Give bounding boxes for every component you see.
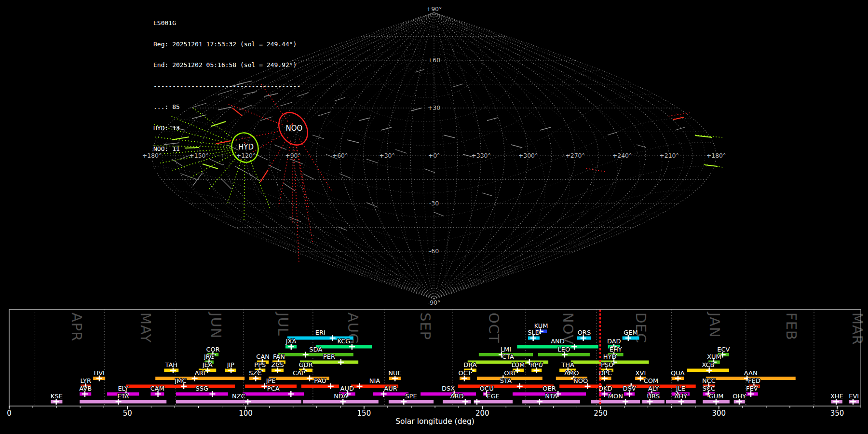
shower-bar-noo <box>559 385 602 388</box>
svg-text:DAD: DAD <box>607 338 621 345</box>
svg-text:PER: PER <box>323 353 335 360</box>
svg-text:100: 100 <box>239 409 253 418</box>
svg-text:+90°: +90° <box>426 5 442 13</box>
svg-text:THA: THA <box>561 361 574 368</box>
svg-text:AUR: AUR <box>384 385 397 392</box>
svg-text:AHY: AHY <box>675 393 688 400</box>
svg-text:EVI: EVI <box>849 393 859 400</box>
svg-text:JUN: JUN <box>208 312 224 339</box>
svg-text:AVB: AVB <box>79 385 92 392</box>
svg-text:150: 150 <box>357 409 371 418</box>
shower-bar-pca <box>243 393 304 396</box>
svg-text:PCA: PCA <box>267 385 280 392</box>
svg-text:XCB: XCB <box>702 361 714 368</box>
count-hyd: HYD: 13 <box>153 125 300 132</box>
shower-bar-sda <box>278 353 353 356</box>
svg-text:ARD: ARD <box>450 393 463 400</box>
svg-text:JXA: JXA <box>285 338 297 345</box>
svg-text:OCU: OCU <box>480 385 494 392</box>
shower-labels: KUMERISLDORSGEMJXAKCGANDDADCORSDALMILEOE… <box>51 322 859 400</box>
svg-text:DSX: DSX <box>442 385 455 392</box>
svg-text:SEP: SEP <box>417 312 434 340</box>
svg-text:NDA: NDA <box>334 393 348 400</box>
svg-text:TAH: TAH <box>165 361 178 368</box>
shower-bar-spe <box>389 400 434 404</box>
shower-bar-jmc <box>126 385 235 388</box>
svg-text:COM: COM <box>644 377 659 384</box>
shower-bar-aur <box>373 393 408 396</box>
timeline-frame <box>9 310 861 406</box>
svg-text:AND: AND <box>551 338 565 345</box>
svg-text:STA: STA <box>500 377 512 384</box>
svg-text:FEV: FEV <box>746 385 758 392</box>
svg-text:NUE: NUE <box>388 369 401 377</box>
observation-begin: Beg: 20251201 17:53:32 (sol = 249.44°) <box>153 41 300 48</box>
svg-text:CAP: CAP <box>293 369 305 377</box>
svg-text:PPS: PPS <box>254 361 266 368</box>
svg-text:+270°: +270° <box>565 152 585 159</box>
svg-text:OER: OER <box>542 385 556 392</box>
svg-text:350: 350 <box>830 409 844 418</box>
svg-text:PSU: PSU <box>601 361 613 368</box>
svg-text:ERI: ERI <box>315 329 326 336</box>
svg-text:XVI: XVI <box>636 369 646 377</box>
svg-text:KUM: KUM <box>534 322 548 329</box>
svg-text:NTA: NTA <box>545 393 557 400</box>
svg-text:300: 300 <box>712 409 726 418</box>
svg-text:LEO: LEO <box>558 346 570 353</box>
svg-text:+0°: +0° <box>428 152 440 159</box>
svg-text:GUM: GUM <box>709 393 724 400</box>
svg-text:OCT: OCT <box>486 312 502 343</box>
svg-text:NOO: NOO <box>573 377 588 384</box>
svg-text:GDR: GDR <box>298 361 312 368</box>
count-sporadic: ...: 85 <box>153 104 300 111</box>
shower-bar-mon <box>591 400 640 404</box>
svg-text:0: 0 <box>7 409 12 418</box>
svg-text:FEB: FEB <box>783 312 800 340</box>
svg-text:AAN: AAN <box>744 369 758 377</box>
svg-text:ELY: ELY <box>118 385 128 392</box>
svg-text:+30: +30 <box>428 104 440 111</box>
observation-info-panel: ES001G Beg: 20251201 17:53:32 (sol = 249… <box>153 6 300 167</box>
svg-text:SLD: SLD <box>528 329 540 336</box>
svg-text:JMC: JMC <box>174 377 186 384</box>
app: +180°+150°+120°+90°+60°+30°+0°+330°+300°… <box>0 0 868 434</box>
shower-bar-kcg <box>316 345 372 349</box>
svg-text:JLE: JLE <box>676 385 685 392</box>
svg-text:DRA: DRA <box>463 361 477 368</box>
svg-text:JRC: JRC <box>203 353 214 360</box>
shower-bar-nzc <box>176 400 301 404</box>
x-axis-ticks: 050100150200250300350 <box>7 406 861 418</box>
svg-text:AUD: AUD <box>340 385 354 392</box>
svg-text:XHE: XHE <box>830 393 843 400</box>
svg-text:200: 200 <box>475 409 489 418</box>
svg-text:LYR: LYR <box>80 377 91 384</box>
svg-text:ALY: ALY <box>648 385 659 392</box>
svg-text:CTA: CTA <box>502 353 514 360</box>
svg-text:+30°: +30° <box>379 152 395 159</box>
station-id: ES001G <box>153 20 300 27</box>
svg-text:FED: FED <box>748 377 760 384</box>
svg-text:OHY: OHY <box>732 393 746 400</box>
timeline: APRMAYJUNJULAUGSEPOCTNOVDECJANFEBMARKUME… <box>7 310 866 426</box>
svg-text:JIP: JIP <box>227 361 235 368</box>
svg-text:+300°: +300° <box>518 152 538 159</box>
svg-text:ORI: ORI <box>504 369 515 377</box>
svg-text:ECV: ECV <box>717 346 730 353</box>
svg-text:FAN: FAN <box>273 353 285 360</box>
svg-text:50: 50 <box>123 409 132 418</box>
svg-text:SPE: SPE <box>405 393 417 400</box>
svg-text:SSG: SSG <box>196 385 209 392</box>
shower-bar-dsx <box>420 393 476 396</box>
svg-text:KCG: KCG <box>337 338 350 345</box>
shower-bar-nta <box>522 400 580 404</box>
svg-text:JPE: JPE <box>266 377 276 384</box>
svg-text:SCC: SCC <box>703 385 715 392</box>
svg-text:COR: COR <box>206 346 219 353</box>
shower-bar-eta <box>80 400 166 404</box>
svg-text:250: 250 <box>594 409 608 418</box>
svg-text:GEM: GEM <box>624 329 638 336</box>
shower-bar-ari <box>155 377 244 380</box>
svg-text:+240°: +240° <box>612 152 632 159</box>
svg-text:MON: MON <box>608 393 623 400</box>
